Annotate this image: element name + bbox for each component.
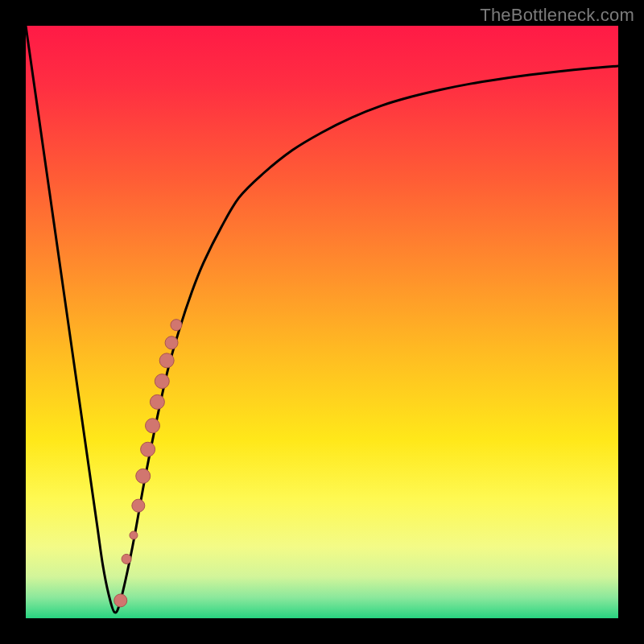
highlight-marker (159, 353, 174, 368)
highlight-marker (155, 374, 169, 389)
highlight-marker (136, 469, 151, 483)
highlight-marker (150, 394, 164, 409)
gradient-background (26, 26, 618, 618)
highlight-marker (141, 442, 155, 456)
highlight-marker (165, 336, 178, 349)
highlight-marker (122, 554, 131, 564)
chart-frame: TheBottleneck.com (0, 0, 644, 644)
plot-svg (26, 26, 618, 618)
highlight-marker (132, 499, 145, 512)
highlight-marker (114, 594, 127, 607)
highlight-marker (146, 419, 160, 433)
highlight-marker (171, 320, 182, 331)
plot-area (26, 26, 618, 618)
attribution-text: TheBottleneck.com (480, 5, 634, 26)
highlight-marker (130, 531, 138, 539)
